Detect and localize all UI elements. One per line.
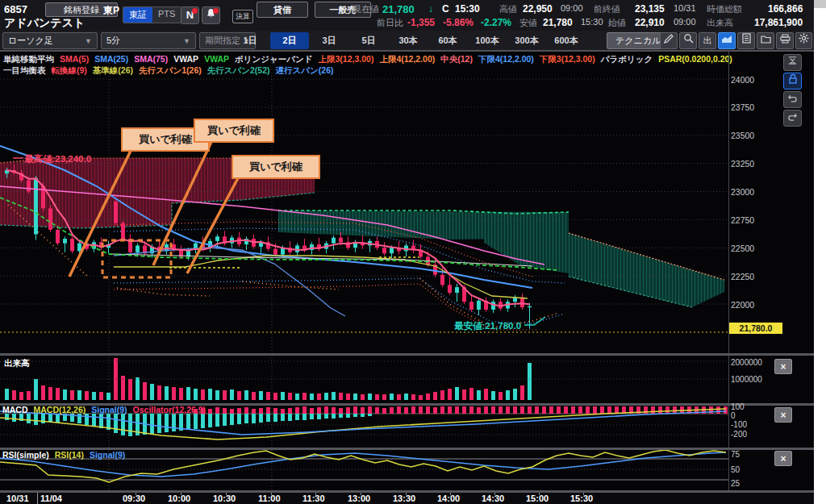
volume-bar [426,394,430,400]
exchange-segmented-control: 東証 PTS [123,6,181,23]
y-axis-tick: 23750 [731,102,754,112]
volume-bar [499,392,503,400]
bollinger-lower [114,278,565,323]
redo-icon[interactable] [783,110,802,127]
volume-bar [520,385,524,400]
zoom-icon[interactable] [679,32,697,49]
period-button-2日[interactable]: 2日 [270,32,309,49]
volume-bar [56,388,60,400]
candle-body [56,230,60,244]
volume-bar [528,363,532,400]
quote-field: 出来高 [707,17,733,29]
pencil-icon[interactable] [660,32,678,49]
macd-hist-bar [230,414,234,425]
price-chart-canvas[interactable] [0,52,814,492]
volume-bar [477,390,481,400]
volume-bar [455,387,459,400]
legend-item: 一目均衡表 [3,65,46,77]
period-button-1日[interactable]: 1日 [231,32,269,49]
candle-body [390,248,394,253]
screen: 6857 銘柄登録 東P 東証 PTS N 決算 貸借 一般売 アドバンテスト … [0,0,826,504]
chart-area[interactable]: 単純移動平均SMA(5)SMA(25)SMA(75)VWAPVWAPボリンジャー… [0,52,814,504]
bell-icon[interactable] [202,6,220,24]
tab-pts[interactable]: PTS [152,7,181,23]
volume-bar [462,389,466,400]
legend-item: VWAP [204,54,229,65]
legend-item: SMA(75) [134,54,168,65]
macd-hist-bar [397,406,401,414]
period-button-600本[interactable]: 600本 [547,32,586,49]
volume-bar [440,390,444,400]
period-button-300本[interactable]: 300本 [507,32,546,49]
period-button-60本[interactable]: 60本 [428,32,467,49]
quote-field: 前終値 [594,3,620,15]
macd-hist-bar [259,414,263,423]
period-button-3日[interactable]: 3日 [310,32,348,49]
macd-label: MACD(12,26) [34,405,86,414]
news-icon[interactable]: N [181,6,199,24]
close-icon[interactable]: × [774,359,792,374]
y-axis-tick: 23250 [731,159,754,169]
macd-hist-bar [382,408,386,414]
legend-item: 転換線(9) [52,65,87,77]
macd-label: Signal(9) [91,405,127,414]
fit-range-icon[interactable] [783,54,802,71]
macd-hist-bar [295,414,299,420]
quote-field: 現在値 [353,3,379,15]
macd-hist-bar [477,407,481,414]
volume-bar [244,390,248,400]
macd-hist-bar [332,407,336,414]
tab-tse[interactable]: 東証 [123,7,152,23]
macd-hist-bar [99,414,103,428]
macd-hist-bar [724,406,728,414]
lock-icon[interactable] [783,73,802,90]
macd-hist-bar [252,414,256,423]
macd-hist-bar [172,414,176,431]
candle-body [34,178,38,235]
gear-icon[interactable] [795,32,812,49]
macd-hist-bar [114,414,118,433]
volume-bar [302,393,307,400]
legend-item: 上限3(12,3.00) [319,54,374,65]
margin-trade-button[interactable]: 貸借 [257,2,308,18]
folder-icon[interactable] [757,32,774,49]
volume-bar [150,384,154,400]
macd-hist-bar [578,406,582,414]
take-profit-callout[interactable]: 買いで利確 [232,155,320,179]
macd-hist-bar [215,407,219,414]
export-icon[interactable]: 出 [699,32,716,49]
close-icon[interactable]: × [774,451,792,466]
low-marker [524,317,545,325]
take-profit-callout[interactable]: 買いで利確 [194,119,274,143]
macd-hist-bar [5,414,9,420]
panel-scale-tick: 1000000 [731,375,762,384]
period-button-30本[interactable]: 30本 [389,32,428,49]
area-chart-icon[interactable] [718,32,736,49]
chart-type-dropdown[interactable]: ローソク足▼ [2,32,98,49]
macd-hist-bar [252,409,256,414]
period-button-5日[interactable]: 5日 [349,32,388,49]
close-icon[interactable]: × [774,407,792,423]
quote-field: -5.86% [443,17,473,28]
volume-bar [332,392,336,400]
session-low-label: 最安値:21,780.0 [454,320,521,332]
undo-icon[interactable] [783,91,802,108]
macd-hist-bar [128,414,132,436]
interval-dropdown[interactable]: 5分▼ [101,32,196,49]
x-axis-tick [406,493,407,495]
printer-icon[interactable] [776,32,794,49]
clipboard-icon[interactable] [737,32,755,49]
macd-hist-bar [259,408,263,414]
macd-hist-bar [324,414,328,419]
volume-bar [194,389,198,400]
candle-body [27,181,31,192]
volume-bar [419,395,423,400]
panel-scale-tick: -100 [731,420,747,429]
x-axis-tick [271,493,272,495]
panel-separator[interactable] [0,353,814,356]
quote-field: 15:30 [455,3,480,15]
volume-bar [324,393,328,400]
period-button-100本[interactable]: 100本 [468,32,507,49]
volume-bar [186,387,190,400]
macd-hist-bar [600,406,604,414]
